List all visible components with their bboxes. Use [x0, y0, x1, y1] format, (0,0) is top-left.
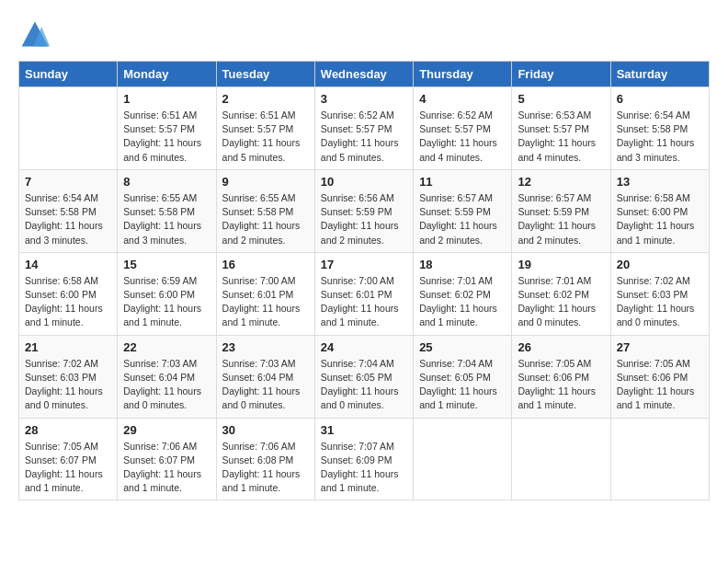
day-info: Sunrise: 7:07 AM Sunset: 6:09 PM Dayligh… [321, 440, 407, 496]
day-number: 4 [419, 92, 506, 106]
day-number: 29 [123, 423, 210, 437]
day-number: 21 [25, 340, 111, 354]
day-info: Sunrise: 6:58 AM Sunset: 6:00 PM Dayligh… [25, 274, 111, 330]
day-number: 23 [222, 340, 309, 354]
logo [18, 18, 55, 52]
calendar-cell: 26Sunrise: 7:05 AM Sunset: 6:06 PM Dayli… [512, 335, 610, 418]
day-number: 9 [222, 175, 309, 189]
day-number: 5 [518, 92, 604, 106]
day-number: 8 [123, 175, 210, 189]
calendar-cell: 30Sunrise: 7:06 AM Sunset: 6:08 PM Dayli… [216, 418, 314, 500]
calendar-cell: 20Sunrise: 7:02 AM Sunset: 6:03 PM Dayli… [610, 252, 709, 335]
day-info: Sunrise: 6:54 AM Sunset: 5:58 PM Dayligh… [617, 109, 703, 165]
calendar-cell: 19Sunrise: 7:01 AM Sunset: 6:02 PM Dayli… [512, 252, 610, 335]
col-friday: Friday [512, 62, 610, 87]
calendar-cell [610, 418, 709, 500]
calendar-cell: 2Sunrise: 6:51 AM Sunset: 5:57 PM Daylig… [216, 87, 314, 170]
day-info: Sunrise: 6:56 AM Sunset: 5:59 PM Dayligh… [321, 191, 407, 247]
day-info: Sunrise: 7:04 AM Sunset: 6:05 PM Dayligh… [419, 357, 506, 413]
calendar-cell: 6Sunrise: 6:54 AM Sunset: 5:58 PM Daylig… [610, 87, 709, 170]
col-monday: Monday [118, 62, 216, 87]
calendar-cell: 12Sunrise: 6:57 AM Sunset: 5:59 PM Dayli… [512, 169, 610, 252]
calendar-cell: 25Sunrise: 7:04 AM Sunset: 6:05 PM Dayli… [414, 335, 512, 418]
day-number: 25 [419, 340, 506, 354]
day-info: Sunrise: 7:06 AM Sunset: 6:07 PM Dayligh… [123, 440, 210, 496]
calendar-week-1: 1Sunrise: 6:51 AM Sunset: 5:57 PM Daylig… [19, 87, 710, 170]
col-tuesday: Tuesday [216, 62, 314, 87]
calendar-cell: 29Sunrise: 7:06 AM Sunset: 6:07 PM Dayli… [118, 418, 216, 500]
day-info: Sunrise: 7:05 AM Sunset: 6:07 PM Dayligh… [25, 440, 111, 496]
calendar-table: Sunday Monday Tuesday Wednesday Thursday… [18, 61, 710, 500]
calendar-cell: 14Sunrise: 6:58 AM Sunset: 6:00 PM Dayli… [19, 252, 118, 335]
calendar-cell [19, 87, 118, 170]
day-info: Sunrise: 7:04 AM Sunset: 6:05 PM Dayligh… [321, 357, 407, 413]
calendar-cell: 18Sunrise: 7:01 AM Sunset: 6:02 PM Dayli… [414, 252, 512, 335]
col-saturday: Saturday [610, 62, 709, 87]
calendar-cell: 3Sunrise: 6:52 AM Sunset: 5:57 PM Daylig… [314, 87, 413, 170]
calendar-week-5: 28Sunrise: 7:05 AM Sunset: 6:07 PM Dayli… [19, 418, 710, 500]
day-info: Sunrise: 6:59 AM Sunset: 6:00 PM Dayligh… [123, 274, 210, 330]
day-info: Sunrise: 6:51 AM Sunset: 5:57 PM Dayligh… [222, 109, 309, 165]
day-info: Sunrise: 7:02 AM Sunset: 6:03 PM Dayligh… [25, 357, 111, 413]
day-number: 2 [222, 92, 309, 106]
day-info: Sunrise: 7:05 AM Sunset: 6:06 PM Dayligh… [518, 357, 604, 413]
day-number: 15 [123, 258, 210, 271]
day-info: Sunrise: 6:55 AM Sunset: 5:58 PM Dayligh… [123, 191, 210, 247]
day-number: 10 [321, 175, 407, 189]
calendar-header-row: Sunday Monday Tuesday Wednesday Thursday… [19, 62, 710, 87]
day-number: 1 [123, 92, 210, 106]
day-info: Sunrise: 6:55 AM Sunset: 5:58 PM Dayligh… [222, 191, 309, 247]
day-number: 14 [25, 258, 111, 271]
calendar-cell: 23Sunrise: 7:03 AM Sunset: 6:04 PM Dayli… [216, 335, 314, 418]
day-info: Sunrise: 7:00 AM Sunset: 6:01 PM Dayligh… [321, 274, 407, 330]
calendar-week-2: 7Sunrise: 6:54 AM Sunset: 5:58 PM Daylig… [19, 169, 710, 252]
day-number: 11 [419, 175, 506, 189]
day-number: 30 [222, 423, 309, 437]
day-info: Sunrise: 7:06 AM Sunset: 6:08 PM Dayligh… [222, 440, 309, 496]
calendar-week-4: 21Sunrise: 7:02 AM Sunset: 6:03 PM Dayli… [19, 335, 710, 418]
day-number: 24 [321, 340, 407, 354]
calendar-cell: 10Sunrise: 6:56 AM Sunset: 5:59 PM Dayli… [314, 169, 413, 252]
calendar-cell: 28Sunrise: 7:05 AM Sunset: 6:07 PM Dayli… [19, 418, 118, 500]
day-number: 26 [518, 340, 604, 354]
calendar-cell: 16Sunrise: 7:00 AM Sunset: 6:01 PM Dayli… [216, 252, 314, 335]
logo-icon [18, 18, 51, 52]
col-sunday: Sunday [19, 62, 118, 87]
day-info: Sunrise: 7:05 AM Sunset: 6:06 PM Dayligh… [617, 357, 703, 413]
day-number: 3 [321, 92, 407, 106]
calendar-cell: 21Sunrise: 7:02 AM Sunset: 6:03 PM Dayli… [19, 335, 118, 418]
day-info: Sunrise: 6:52 AM Sunset: 5:57 PM Dayligh… [419, 109, 506, 165]
day-number: 18 [419, 258, 506, 271]
day-number: 17 [321, 258, 407, 271]
day-number: 12 [518, 175, 604, 189]
day-info: Sunrise: 6:58 AM Sunset: 6:00 PM Dayligh… [617, 191, 703, 247]
day-number: 19 [518, 258, 604, 271]
calendar-cell [512, 418, 610, 500]
day-info: Sunrise: 6:51 AM Sunset: 5:57 PM Dayligh… [123, 109, 210, 165]
calendar-cell: 31Sunrise: 7:07 AM Sunset: 6:09 PM Dayli… [314, 418, 413, 500]
calendar-cell: 11Sunrise: 6:57 AM Sunset: 5:59 PM Dayli… [414, 169, 512, 252]
day-info: Sunrise: 7:02 AM Sunset: 6:03 PM Dayligh… [617, 274, 703, 330]
calendar-cell: 7Sunrise: 6:54 AM Sunset: 5:58 PM Daylig… [19, 169, 118, 252]
calendar-cell [414, 418, 512, 500]
day-info: Sunrise: 6:52 AM Sunset: 5:57 PM Dayligh… [321, 109, 407, 165]
calendar-cell: 17Sunrise: 7:00 AM Sunset: 6:01 PM Dayli… [314, 252, 413, 335]
day-info: Sunrise: 7:03 AM Sunset: 6:04 PM Dayligh… [123, 357, 210, 413]
day-info: Sunrise: 7:01 AM Sunset: 6:02 PM Dayligh… [518, 274, 604, 330]
day-number: 20 [617, 258, 703, 271]
day-info: Sunrise: 7:03 AM Sunset: 6:04 PM Dayligh… [222, 357, 309, 413]
day-number: 13 [617, 175, 703, 189]
calendar-cell: 8Sunrise: 6:55 AM Sunset: 5:58 PM Daylig… [118, 169, 216, 252]
calendar-cell: 5Sunrise: 6:53 AM Sunset: 5:57 PM Daylig… [512, 87, 610, 170]
day-info: Sunrise: 6:57 AM Sunset: 5:59 PM Dayligh… [518, 191, 604, 247]
page-header [18, 18, 710, 52]
day-number: 7 [25, 175, 111, 189]
day-number: 27 [617, 340, 703, 354]
day-info: Sunrise: 6:54 AM Sunset: 5:58 PM Dayligh… [25, 191, 111, 247]
calendar-cell: 15Sunrise: 6:59 AM Sunset: 6:00 PM Dayli… [118, 252, 216, 335]
calendar-week-3: 14Sunrise: 6:58 AM Sunset: 6:00 PM Dayli… [19, 252, 710, 335]
calendar-cell: 27Sunrise: 7:05 AM Sunset: 6:06 PM Dayli… [610, 335, 709, 418]
day-info: Sunrise: 7:00 AM Sunset: 6:01 PM Dayligh… [222, 274, 309, 330]
calendar-cell: 13Sunrise: 6:58 AM Sunset: 6:00 PM Dayli… [610, 169, 709, 252]
calendar-cell: 9Sunrise: 6:55 AM Sunset: 5:58 PM Daylig… [216, 169, 314, 252]
